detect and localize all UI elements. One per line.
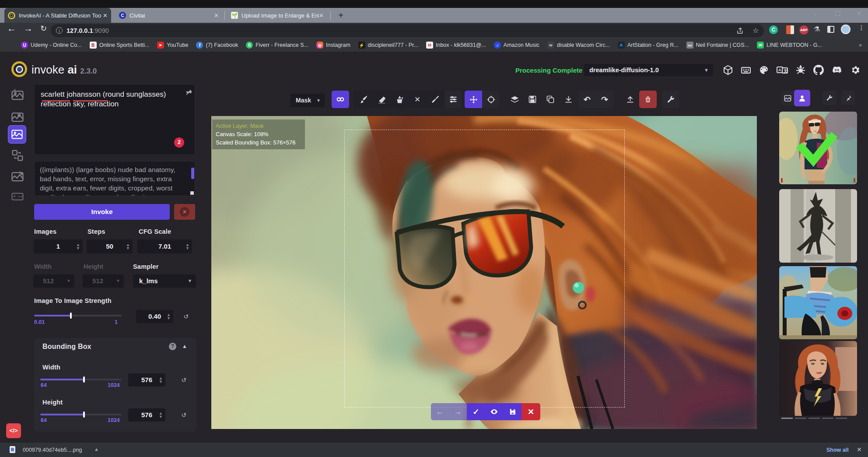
svg-text:文: 文 — [783, 69, 788, 73]
svg-text:A: A — [778, 68, 781, 72]
svg-text:A: A — [14, 88, 16, 92]
